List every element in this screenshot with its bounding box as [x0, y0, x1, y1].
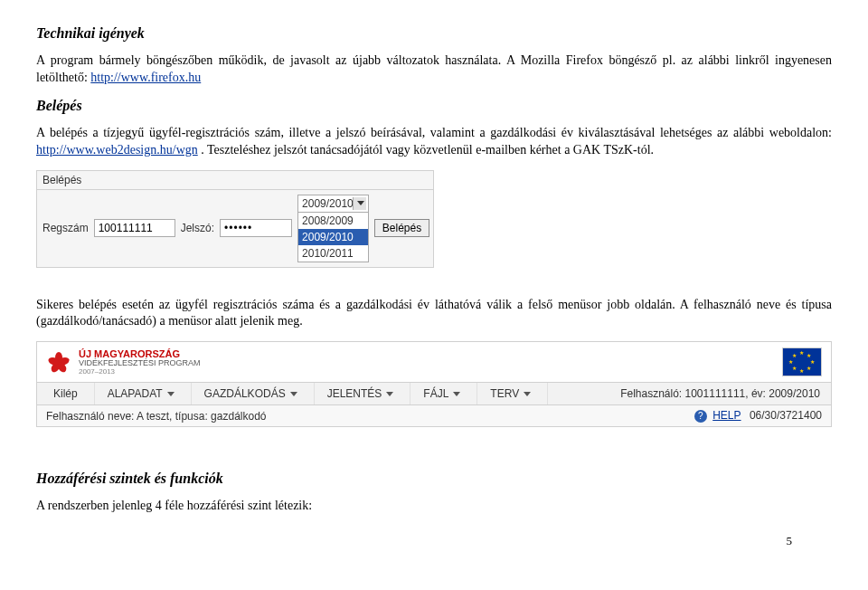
paragraph-login-text: A belépés a tízjegyű ügyfél-regisztráció…: [36, 126, 832, 139]
login-panel: Belépés Regszám Jelszó: 2009/2010 2008/2…: [36, 170, 434, 268]
app-logo-text: ÚJ MAGYARORSZÁG VIDÉKFEJLESZTÉSI PROGRAM…: [79, 349, 201, 376]
subbar-right: ? HELP 06/30/3721400: [694, 409, 822, 423]
chevron-down-icon: [453, 392, 460, 396]
help-link[interactable]: HELP: [712, 409, 741, 422]
chevron-down-icon: [386, 392, 393, 396]
subbar-left: Felhasználó neve: A teszt, típusa: gazdá…: [46, 410, 267, 423]
login-panel-title: Belépés: [36, 170, 434, 189]
paragraph-success: Sikeres belépés esetén az ügyfél regiszt…: [36, 297, 832, 331]
user-info: Felhasználó: 1001111111, év: 2009/2010: [609, 383, 831, 404]
login-button[interactable]: Belépés: [374, 219, 429, 237]
subbar: Felhasználó neve: A teszt, típusa: gazdá…: [36, 405, 832, 427]
year-options: 2008/2009 2009/2010 2010/2011: [297, 213, 369, 262]
page-number: 5: [787, 534, 793, 548]
menu-label: GAZDÁLKODÁS: [204, 387, 286, 400]
heading-access: Hozzáférési szintek és funkciók: [36, 471, 832, 487]
subbar-date: 06/30/3721400: [750, 409, 822, 422]
year-option[interactable]: 2009/2010: [298, 229, 368, 245]
menu-fajl[interactable]: FÁJL: [410, 383, 477, 404]
chevron-down-icon: [167, 392, 175, 396]
login-panel-row: Regszám Jelszó: 2009/2010 2008/2009 2009…: [36, 189, 434, 268]
password-input[interactable]: [220, 219, 292, 237]
eu-flag-icon: ★ ★ ★ ★ ★ ★ ★ ★: [782, 347, 822, 376]
flower-icon: [46, 349, 71, 375]
menu-label: TERV: [490, 387, 519, 400]
paragraph-access: A rendszerben jelenleg 4 féle hozzáférés…: [36, 498, 832, 515]
paragraph-login: A belépés a tízjegyű ügyfél-regisztráció…: [36, 125, 832, 159]
menu-logout[interactable]: Kilép: [37, 383, 95, 404]
menu-terv[interactable]: TERV: [477, 383, 548, 404]
firefox-link[interactable]: http://www.firefox.hu: [90, 71, 201, 84]
heading-technical: Technikai igények: [36, 25, 832, 42]
paragraph-browser: A program bármely böngészőben működik, d…: [36, 52, 832, 87]
menu-label: JELENTÉS: [327, 387, 382, 400]
banner-line3: 2007–2013: [79, 368, 201, 376]
reg-input[interactable]: [94, 219, 175, 237]
password-label: Jelszó:: [181, 222, 214, 234]
menu-gazdalkodas[interactable]: GAZDÁLKODÁS: [192, 383, 315, 404]
year-select[interactable]: 2009/2010 2008/2009 2009/2010 2010/2011: [297, 195, 369, 262]
heading-login: Belépés: [36, 98, 832, 114]
menubar: Kilép ALAPADAT GAZDÁLKODÁS JELENTÉS FÁJL…: [36, 383, 832, 405]
help-icon[interactable]: ?: [694, 410, 707, 423]
chevron-down-icon: [524, 392, 531, 396]
login-url-link[interactable]: http://www.web2design.hu/wgn: [36, 143, 198, 157]
reg-label: Regszám: [42, 222, 89, 234]
app-banner: ÚJ MAGYARORSZÁG VIDÉKFEJLESZTÉSI PROGRAM…: [36, 341, 832, 383]
menu-alapadat[interactable]: ALAPADAT: [95, 383, 192, 404]
chevron-down-icon: [290, 392, 297, 396]
paragraph-login-tail: . Teszteléshez jelszót tanácsadójától va…: [201, 143, 654, 157]
menu-label: ALAPADAT: [108, 387, 163, 400]
app-logo: ÚJ MAGYARORSZÁG VIDÉKFEJLESZTÉSI PROGRAM…: [46, 349, 201, 376]
menu-jelentes[interactable]: JELENTÉS: [315, 383, 411, 404]
year-option[interactable]: 2010/2011: [298, 245, 368, 262]
year-option[interactable]: 2008/2009: [298, 213, 368, 229]
chevron-down-icon: [357, 201, 364, 205]
menu-label: FÁJL: [423, 387, 448, 400]
